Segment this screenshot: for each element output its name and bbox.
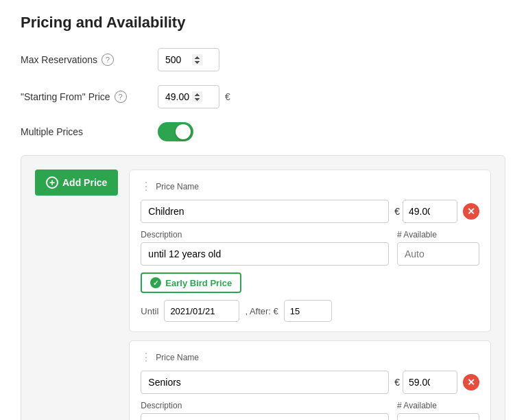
after-amount-input-1[interactable] (284, 300, 332, 322)
until-label-1: Until (141, 306, 158, 316)
max-reservations-input-wrapper (158, 48, 219, 71)
price-cards-container: ⋮ Price Name € ✕ Des (129, 170, 491, 420)
early-bird-badge-1[interactable]: ✓ Early Bird Price (141, 272, 241, 293)
early-bird-label-1: Early Bird Price (165, 278, 232, 288)
price-currency-1: € (394, 206, 400, 217)
available-col-2: # Available (397, 401, 479, 420)
price-card-1: ⋮ Price Name € ✕ Des (129, 170, 491, 332)
price-amount-wrapper-2: € (394, 371, 457, 394)
starting-from-currency: € (225, 91, 230, 102)
until-row-1: Until , After: € (141, 300, 479, 322)
max-reservations-input[interactable] (158, 48, 219, 71)
description-label-1: Description (141, 230, 389, 240)
description-input-1[interactable] (141, 242, 389, 266)
desc-available-row-1: Description # Available (141, 230, 479, 266)
multiple-prices-row: Multiple Prices (21, 122, 505, 141)
price-amount-wrapper-1: € (394, 200, 457, 223)
price-name-input-1[interactable] (141, 200, 389, 223)
starting-from-input[interactable] (158, 85, 219, 108)
price-card-2-header: ⋮ Price Name (141, 351, 479, 364)
price-name-row-2: € ✕ (141, 371, 479, 394)
price-amount-input-2[interactable] (403, 371, 457, 394)
add-price-icon: + (46, 176, 58, 189)
prices-section: + Add Price ⋮ Price Name € (21, 155, 505, 420)
available-col-1: # Available (397, 230, 479, 266)
price-name-input-2[interactable] (141, 371, 389, 394)
starting-from-input-wrapper (158, 85, 219, 108)
max-reservations-help-icon[interactable]: ? (101, 54, 114, 66)
remove-price-btn-1[interactable]: ✕ (463, 203, 479, 220)
price-card-1-header: ⋮ Price Name (141, 180, 479, 193)
multiple-prices-label: Multiple Prices (21, 126, 158, 137)
page-container: Pricing and Availability Max Reservation… (0, 0, 526, 420)
until-input-1[interactable] (164, 300, 239, 322)
starting-from-price-row: "Starting From" Price ? € (21, 85, 505, 108)
early-bird-row-1: ✓ Early Bird Price (141, 272, 479, 293)
desc-available-row-2: Description # Available (141, 401, 479, 420)
after-label-1: , After: € (245, 306, 278, 316)
price-name-label-2: Price Name (156, 353, 199, 362)
drag-handle-2[interactable]: ⋮ (141, 351, 152, 364)
price-name-row-1: € ✕ (141, 200, 479, 223)
add-price-button[interactable]: + Add Price (35, 170, 118, 196)
drag-handle-1[interactable]: ⋮ (141, 180, 152, 193)
multiple-prices-toggle[interactable] (158, 122, 193, 141)
available-label-1: # Available (397, 230, 479, 240)
available-label-2: # Available (397, 401, 479, 410)
price-name-label-1: Price Name (156, 182, 199, 191)
price-card-2: ⋮ Price Name € ✕ Des (129, 340, 491, 420)
max-reservations-label: Max Reservations ? (21, 54, 158, 66)
prices-inner: + Add Price ⋮ Price Name € (35, 170, 491, 420)
starting-from-help-icon[interactable]: ? (115, 91, 127, 103)
description-col-2: Description (141, 401, 389, 420)
max-reservations-row: Max Reservations ? (21, 48, 505, 71)
description-input-2[interactable] (141, 413, 389, 420)
available-input-2[interactable] (397, 413, 479, 420)
toggle-slider (158, 122, 193, 141)
price-amount-input-1[interactable] (403, 200, 457, 223)
available-input-1[interactable] (397, 242, 479, 266)
description-col-1: Description (141, 230, 389, 266)
starting-from-price-label: "Starting From" Price ? (21, 91, 158, 103)
remove-price-btn-2[interactable]: ✕ (463, 374, 479, 390)
price-currency-2: € (394, 377, 400, 388)
early-bird-check-icon-1: ✓ (150, 277, 161, 288)
description-label-2: Description (141, 401, 389, 410)
page-title: Pricing and Availability (21, 14, 505, 32)
